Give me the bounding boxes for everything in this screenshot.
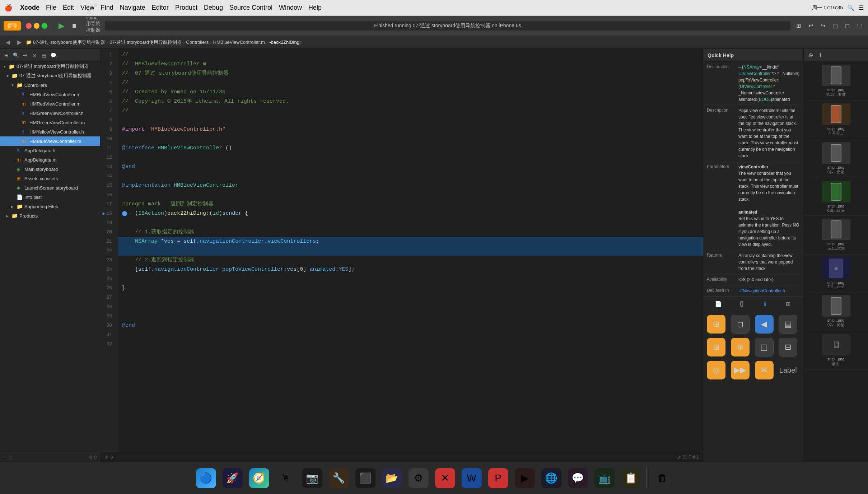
rp-icon-2[interactable]: ℹ — [817, 51, 825, 59]
sidebar-icon-4[interactable]: ⊙ — [31, 52, 38, 59]
sidebar-icon-5[interactable]: ▤ — [40, 52, 47, 59]
sidebar-item-supporting[interactable]: ▶ 📁 Supporting Files — [0, 202, 100, 211]
qh-action-8[interactable]: ⊟ — [779, 338, 797, 356]
breadcrumb-2[interactable]: 07-通过 storyboard使用导航控制器 — [109, 39, 182, 46]
sidebar-item-hmred-h[interactable]: h HMRedViewController.h — [0, 90, 100, 99]
qh-icon-braces[interactable]: {} — [738, 300, 746, 308]
qh-parameters-content: viewController The view controller that … — [738, 164, 800, 248]
code-editor[interactable]: 1 2 3 4 5 6 7 8 9 10 11 12 13 14 15 16 1… — [101, 49, 703, 452]
dock-browser[interactable]: 🌐 — [539, 466, 564, 491]
dock-files[interactable]: 📂 — [379, 466, 405, 491]
qh-action-6[interactable]: ⊕ — [731, 338, 750, 356]
menu-edit[interactable]: Edit — [63, 4, 74, 11]
scheme-button[interactable]: 07-通过 story...用导航控制器 › iPhone 6s — [88, 21, 98, 31]
menu-help[interactable]: Help — [308, 4, 322, 11]
qh-action-4[interactable]: ▤ — [779, 315, 797, 334]
dock-settings[interactable]: ⚙ — [406, 466, 431, 491]
breadcrumb-4[interactable]: HMBlueViewController.m — [213, 39, 265, 45]
sidebar-assets-label: Assets.xcassets — [24, 176, 58, 181]
dock-trash[interactable]: 🗑 — [650, 466, 675, 491]
close-button[interactable] — [26, 23, 32, 29]
qh-action-3[interactable]: ◀ — [755, 315, 774, 334]
menu-xcode[interactable]: Xcode — [20, 4, 39, 11]
menu-find[interactable]: Find — [101, 4, 113, 11]
pause-button[interactable]: 暂停 — [4, 21, 21, 31]
sidebar-item-hmyellow-h[interactable]: h HMYellowViewController.h — [0, 127, 100, 136]
menu-list-icon[interactable]: ☰ — [859, 4, 864, 11]
qh-action-1[interactable]: ⊞ — [707, 315, 725, 334]
sidebar-icon-2[interactable]: 🔍 — [12, 52, 19, 59]
sidebar-item-assets[interactable]: ⊞ Assets.xcassets — [0, 174, 100, 183]
sidebar-item-project[interactable]: ▼ 📁 07-通过 storyboard使用导航控制器 — [0, 71, 100, 80]
layout-icon-5[interactable]: ◻ — [842, 21, 852, 31]
layout-icon-6[interactable]: ⬚ — [854, 21, 864, 31]
menu-navigate[interactable]: Navigate — [120, 4, 145, 11]
dock-launchpad[interactable]: 🚀 — [220, 466, 245, 491]
sidebar-item-hmgreen-h[interactable]: h HMGreenViewController.h — [0, 108, 100, 118]
dock-mouse[interactable]: 🖱 — [273, 466, 298, 491]
nav-prev[interactable]: ◀ — [3, 37, 13, 47]
dock-powerpoint[interactable]: P — [486, 466, 511, 491]
qh-action-9[interactable]: ◎ — [707, 361, 725, 379]
sidebar-item-launch-storyboard[interactable]: ◈ LaunchScreen.storyboard — [0, 183, 100, 192]
menu-editor[interactable]: Editor — [152, 4, 169, 11]
sidebar-filter-btn[interactable]: ⊙ — [8, 455, 12, 460]
sidebar-item-infoplist[interactable]: 📄 Info.plist — [0, 192, 100, 202]
sidebar-item-root[interactable]: ▼ 📁 07-通过 storyboard使用导航控制器 — [0, 62, 100, 71]
dock-monitor[interactable]: 📺 — [592, 466, 617, 491]
minimize-button[interactable] — [34, 23, 39, 29]
breadcrumb-5[interactable]: -back2ZhiDing: — [269, 39, 300, 45]
dock-video[interactable]: 📷 — [300, 466, 325, 491]
breadcrumb-1[interactable]: 07-通过 storyboard使用导航控制器 — [33, 39, 105, 46]
nav-next[interactable]: ▶ — [14, 37, 24, 47]
sidebar-item-appdelegate-m[interactable]: m AppDelegate.m — [0, 155, 100, 164]
sidebar-history-btn[interactable]: ⊕ ⊙ — [89, 455, 97, 460]
qh-icon-file[interactable]: 📄 — [714, 300, 722, 308]
layout-icon-2[interactable]: ↩ — [806, 21, 816, 31]
dock-other[interactable]: 📋 — [619, 466, 644, 491]
qh-action-10[interactable]: ▶▶ — [731, 361, 750, 379]
run-button[interactable]: ▶ — [56, 21, 66, 31]
sidebar-item-controllers[interactable]: ▼ 📁 Controllers — [0, 80, 100, 90]
sidebar-item-main-storyboard[interactable]: ◈ Main.storyboard — [0, 164, 100, 174]
menu-product[interactable]: Product — [175, 4, 197, 11]
status-left[interactable]: ⊕ ⊙ — [105, 455, 113, 460]
dock-redapp[interactable]: ✕ — [433, 466, 458, 491]
menu-file[interactable]: File — [46, 4, 56, 11]
dock-chat[interactable]: 💬 — [565, 466, 591, 491]
sidebar-item-hmred-m[interactable]: m HMRedViewController.m — [0, 99, 100, 108]
dock-finder[interactable]: 🔵 — [193, 466, 219, 491]
layout-icon-4[interactable]: ◫ — [830, 21, 840, 31]
stop-button[interactable]: ■ — [69, 21, 79, 31]
qh-icon-info[interactable]: ℹ — [761, 300, 769, 308]
rp-icon-1[interactable]: ⊕ — [807, 51, 815, 59]
dock-office[interactable]: W — [459, 466, 484, 491]
apple-menu[interactable]: 🍎 — [4, 4, 12, 12]
layout-icon-1[interactable]: ⊞ — [793, 21, 803, 31]
layout-icon-3[interactable]: ↪ — [818, 21, 828, 31]
qh-icon-grid[interactable]: ⊞ — [784, 300, 792, 308]
qh-action-5[interactable]: ⊞ — [707, 338, 725, 356]
sidebar-item-appdelegate-h[interactable]: h AppDelegate.h — [0, 146, 100, 155]
breadcrumb-3[interactable]: Controllers — [186, 39, 209, 45]
dock-tools[interactable]: 🔧 — [326, 466, 351, 491]
qh-action-2[interactable]: ◻ — [731, 315, 750, 334]
sidebar-item-hmblue-m[interactable]: m HMBlueViewController.m — [0, 136, 100, 146]
maximize-button[interactable] — [42, 23, 47, 29]
sidebar-icon-1[interactable]: ⊞ — [3, 52, 10, 59]
menu-search-icon[interactable]: 🔍 — [847, 4, 854, 11]
sidebar-item-hmgreen-m[interactable]: m HMGreenViewController.m — [0, 118, 100, 127]
qh-action-7[interactable]: ◫ — [755, 338, 774, 356]
dock-terminal[interactable]: ⬛ — [353, 466, 378, 491]
sidebar-add-btn[interactable]: + — [3, 455, 5, 460]
menu-source-control[interactable]: Source Control — [229, 4, 272, 11]
sidebar-icon-6[interactable]: 💬 — [50, 52, 57, 59]
dock-player[interactable]: ▶ — [512, 466, 537, 491]
dock-safari[interactable]: 🧭 — [247, 466, 272, 491]
menu-window[interactable]: Window — [279, 4, 302, 11]
sidebar-icon-3[interactable]: ↩ — [22, 52, 29, 59]
menu-debug[interactable]: Debug — [204, 4, 223, 11]
qh-action-11[interactable]: ✉ — [755, 361, 774, 379]
sidebar-item-products[interactable]: ▶ 📁 Products — [0, 211, 100, 220]
code-lines[interactable]: // // HMBlueViewController.m // 07-通过 st… — [118, 49, 703, 452]
